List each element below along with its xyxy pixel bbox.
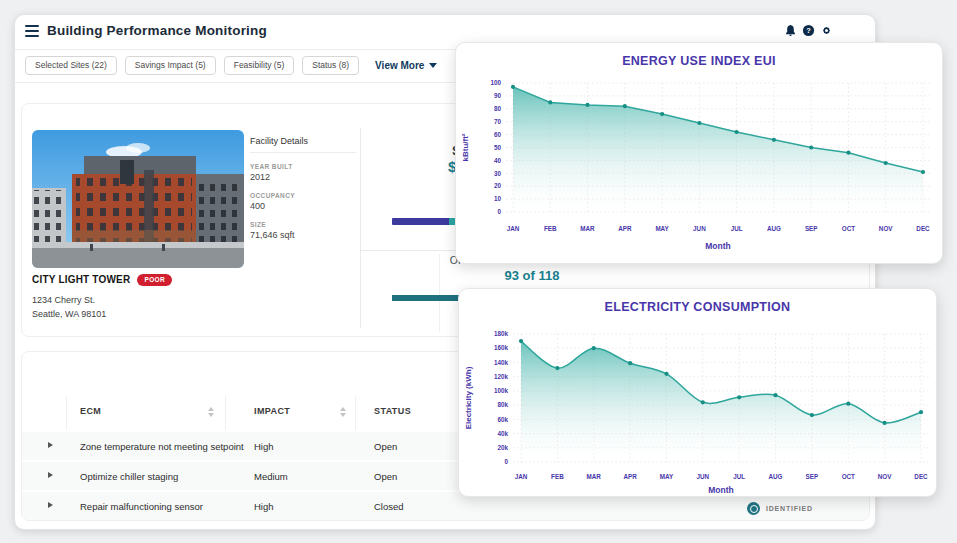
x-axis-labels: JANFEBMARAPRMAYJUNJULAUGSEPOCTNOVDEC [507,225,930,232]
data-point[interactable] [511,85,515,89]
chevron-down-icon [429,63,437,68]
area-fill [513,87,923,212]
condition-badge: POOR [137,274,172,286]
facility-field-value: 2012 [250,172,356,182]
chart-title: ELECTRICITY CONSUMPTION [459,300,936,314]
svg-text:100k: 100k [494,387,509,394]
column-header-impact[interactable]: IMPACT [254,406,290,416]
svg-text:MAR: MAR [587,473,602,480]
cell-status: Open [374,441,397,452]
cell-ecm: Zone temperature not meeting setpoint [80,441,244,452]
sort-icon[interactable] [340,407,346,417]
data-point[interactable] [519,339,523,343]
x-axis-labels: JANFEBMARAPRMAYJUNJULAUGSEPOCTNOVDEC [515,473,928,480]
svg-text:0: 0 [497,208,501,215]
svg-text:70: 70 [494,118,502,125]
data-point[interactable] [809,145,813,149]
data-point[interactable] [772,138,776,142]
header-actions: ? [784,24,833,37]
row-expand-icon[interactable] [48,442,53,448]
data-point[interactable] [735,130,739,134]
sort-icon[interactable] [208,407,214,417]
y-axis-title: Electricity (kWh) [464,366,473,429]
data-point[interactable] [628,361,632,365]
data-point[interactable] [660,112,664,116]
eui-chart-card: ENERGY USE INDEX EUI 0102030405060708090… [455,42,943,264]
filter-chip-status[interactable]: Status (8) [302,56,359,75]
svg-text:MAY: MAY [655,225,669,232]
svg-text:140k: 140k [494,359,509,366]
data-point[interactable] [548,100,552,104]
svg-text:80: 80 [494,105,502,112]
help-icon[interactable]: ? [802,24,815,37]
filter-chip-feasibility[interactable]: Feasibility (5) [224,56,295,75]
facility-field-label: SIZE [250,221,356,228]
data-point[interactable] [919,410,923,414]
cell-impact: Medium [254,471,288,482]
cell-ecm: Optimize chiller staging [80,471,178,482]
svg-text:FEB: FEB [551,473,564,480]
svg-text:NOV: NOV [879,225,893,232]
cell-impact: High [254,441,274,452]
svg-text:APR: APR [618,225,632,232]
data-point[interactable] [846,402,850,406]
cell-status: Open [374,471,397,482]
svg-text:60k: 60k [497,416,508,423]
view-more-label: View More [375,60,424,71]
data-point[interactable] [773,393,777,397]
x-axis-title: Month [705,241,731,251]
chart-title: ENERGY USE INDEX EUI [456,54,942,68]
svg-text:180k: 180k [494,330,509,337]
view-more-button[interactable]: View More [375,60,437,71]
data-point[interactable] [883,421,887,425]
svg-text:40: 40 [494,157,502,164]
data-point[interactable] [846,151,850,155]
svg-text:JUN: JUN [693,225,706,232]
data-point[interactable] [585,103,589,107]
data-point[interactable] [921,170,925,174]
svg-text:OCT: OCT [842,473,855,480]
data-point[interactable] [810,413,814,417]
data-point[interactable] [697,121,701,125]
svg-text:MAY: MAY [660,473,674,480]
svg-text:120k: 120k [494,373,509,380]
svg-text:NOV: NOV [878,473,892,480]
data-point[interactable] [737,395,741,399]
svg-text:SEP: SEP [805,225,818,232]
notifications-icon[interactable] [784,24,797,37]
building-photo [32,130,244,268]
svg-text:50: 50 [494,144,502,151]
svg-text:AUG: AUG [769,473,783,480]
data-point[interactable] [555,366,559,370]
data-point[interactable] [701,400,705,404]
svg-text:SEP: SEP [806,473,819,480]
column-header-status[interactable]: STATUS [374,406,411,416]
identified-icon [747,502,760,515]
filter-chip-selected-sites[interactable]: Selected Sites (22) [25,56,117,75]
svg-text:JUL: JUL [731,225,743,232]
menu-icon[interactable] [25,25,39,37]
chart-plot: 020k40k60k80k100k120k140k160k180kJANFEBM… [459,319,936,496]
cell-status: Closed [374,501,404,512]
svg-text:?: ? [806,26,811,35]
data-point[interactable] [623,104,627,108]
svg-text:AUG: AUG [767,225,781,232]
facility-field-value: 71,646 sqft [250,230,356,240]
svg-text:80k: 80k [497,401,508,408]
svg-text:FEB: FEB [544,225,557,232]
data-point[interactable] [664,372,668,376]
y-axis-title: kBtu/ft² [461,133,470,161]
address-line-2: Seattle, WA 98101 [32,308,106,322]
column-header-ecm[interactable]: ECM [80,406,101,416]
row-expand-icon[interactable] [48,472,53,478]
filter-chip-savings-impact[interactable]: Savings Impact (5) [125,56,216,75]
cell-impact: High [254,501,274,512]
data-point[interactable] [884,161,888,165]
data-point[interactable] [592,346,596,350]
facility-field-value: 400 [250,201,356,211]
svg-text:100: 100 [490,79,501,86]
row-expand-icon[interactable] [48,502,53,508]
settings-icon[interactable] [820,24,833,37]
svg-text:30: 30 [494,170,502,177]
facility-field-label: YEAR BUILT [250,163,356,170]
